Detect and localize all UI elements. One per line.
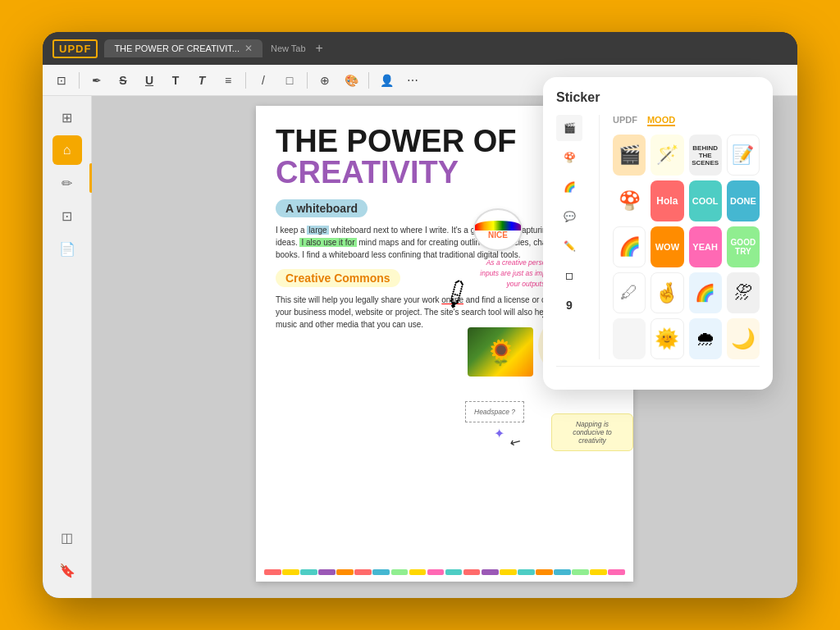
sticker-left-col: 🎬 🍄 🌈 💬 ✏️ ◻ 9: [556, 115, 586, 359]
sticker-col-mushroom[interactable]: 🍄: [556, 144, 582, 171]
section2-label: Creative Commons: [276, 269, 400, 287]
top-bar: UPDF THE POWER OF CREATIVIT... ✕ New Tab…: [43, 32, 797, 65]
sticker-col-speech[interactable]: 💬: [556, 203, 582, 230]
tool-underline[interactable]: U: [139, 70, 160, 91]
section1-label: A whiteboard: [276, 199, 368, 217]
updf-logo: UPDF: [52, 39, 98, 58]
tab-updf[interactable]: UPDF: [613, 115, 637, 126]
sticker-thunder[interactable]: ⛈: [727, 272, 760, 313]
sticker-col-nine[interactable]: 9: [556, 292, 582, 318]
tab-close-icon[interactable]: ✕: [244, 43, 253, 54]
highlight-also: I also use it for: [299, 238, 356, 247]
sticker-blank[interactable]: [613, 318, 646, 359]
sticker-notepad[interactable]: 📝: [727, 135, 760, 176]
sticker-right-content: UPDF MOOD 🎬 🪄 BEHINDTHESCENES 📝 🍄 Hola C…: [613, 115, 760, 359]
sticker-mushroom[interactable]: 🍄: [613, 180, 646, 221]
tab-new-label: New Tab: [271, 43, 306, 53]
tool-text-alt[interactable]: T: [191, 70, 212, 91]
sticker-tab-labels: UPDF MOOD: [613, 115, 760, 126]
sticker-rainbow[interactable]: 🌈: [613, 226, 646, 267]
sidebar-icon-home[interactable]: ⌂: [52, 135, 82, 165]
sticker-grid: 🎬 🪄 BEHINDTHESCENES 📝 🍄 Hola COOL DONE 🌈…: [613, 135, 760, 359]
tool-plus[interactable]: ⊕: [314, 70, 336, 91]
separator: [79, 72, 80, 89]
sticker-panel: Sticker 🎬 🍄 🌈 💬 ✏️ ◻ 9 UPDF MOOD: [543, 77, 773, 390]
tab-add-button[interactable]: +: [316, 41, 323, 56]
tool-text[interactable]: T: [165, 70, 186, 91]
sticker-wow[interactable]: WOW: [651, 226, 683, 267]
tab-label: THE POWER OF CREATIVIT...: [114, 43, 240, 53]
tool-user[interactable]: 👤: [376, 70, 397, 91]
sidebar-icon-layers[interactable]: ◫: [52, 523, 82, 552]
dots-bar: [264, 569, 625, 575]
tool-strikethrough[interactable]: S: [112, 70, 134, 91]
tab-active[interactable]: THE POWER OF CREATIVIT... ✕: [104, 39, 262, 57]
arrow-down: ↙: [507, 432, 524, 451]
sticker-good-try[interactable]: GOOD TRY: [727, 226, 760, 267]
sticker-col-rainbow[interactable]: 🌈: [556, 174, 582, 200]
sidebar-icon-edit[interactable]: ✏: [52, 168, 82, 198]
tool-pen[interactable]: ✒: [86, 70, 107, 91]
sticker-done[interactable]: DONE: [727, 180, 760, 221]
separator2: [245, 72, 246, 89]
sticker-col-film[interactable]: 🎬: [556, 115, 582, 141]
tool-shape[interactable]: □: [279, 70, 300, 91]
sticker-sun[interactable]: 🌞: [651, 318, 683, 359]
sidebar-icon-pages[interactable]: 📄: [52, 234, 82, 263]
sunflower-image: 🌻: [468, 327, 533, 377]
sticker-eraser[interactable]: 🖊: [613, 272, 646, 313]
sticker-magic-wand[interactable]: 🪄: [651, 135, 683, 176]
sticker-moon[interactable]: 🌙: [727, 318, 760, 359]
highlight-large: large: [307, 226, 328, 235]
sticker-col-divider: [599, 115, 600, 359]
left-sidebar: ⊞ ⌂ ✏ ⊡ 📄 ◫ 🔖: [43, 96, 92, 598]
sticker-col-square[interactable]: ◻: [556, 262, 582, 289]
tool-pen-alt[interactable]: /: [253, 70, 274, 91]
separator3: [307, 72, 308, 89]
tool-align[interactable]: ≡: [217, 70, 239, 91]
star-doodle: ✦: [494, 426, 504, 441]
sidebar-icon-crop[interactable]: ⊡: [52, 201, 82, 231]
app-frame: UPDF THE POWER OF CREATIVIT... ✕ New Tab…: [43, 32, 797, 598]
sticker-film-clap[interactable]: 🎬: [613, 135, 646, 176]
separator4: [368, 72, 369, 89]
tool-select[interactable]: ⊡: [51, 70, 72, 91]
tool-color[interactable]: 🎨: [340, 70, 362, 91]
tab-mood[interactable]: MOOD: [647, 115, 675, 126]
sidebar-bottom: ◫ 🔖: [52, 523, 82, 591]
sidebar-icon-bookmark[interactable]: 🔖: [52, 555, 82, 585]
sidebar-icon-thumbnails[interactable]: ⊞: [52, 103, 82, 132]
napping-note: Napping is conducive to creativity: [551, 413, 633, 451]
sticker-yeah[interactable]: YEAH: [689, 226, 722, 267]
sticker-cool[interactable]: COOL: [689, 180, 722, 221]
tool-more[interactable]: ⋯: [402, 70, 423, 91]
sticker-hola[interactable]: Hola: [651, 180, 683, 221]
headspace-box: Headspace ?: [465, 401, 524, 422]
sticker-peace-yellow[interactable]: 🤞: [651, 272, 683, 313]
sticker-nice-rainbow[interactable]: 🌈: [689, 272, 722, 313]
sticker-panel-title: Sticker: [556, 90, 760, 105]
nice-bubble: NICE: [473, 208, 523, 251]
nice-text: NICE: [488, 231, 508, 240]
sticker-col-pencil[interactable]: ✏️: [556, 233, 582, 259]
sticker-rain-cloud[interactable]: 🌧: [689, 318, 722, 359]
sticker-tabs: 🎬 🍄 🌈 💬 ✏️ ◻ 9 UPDF MOOD 🎬: [556, 115, 760, 367]
sticker-behind-scenes[interactable]: BEHINDTHESCENES: [689, 135, 722, 176]
